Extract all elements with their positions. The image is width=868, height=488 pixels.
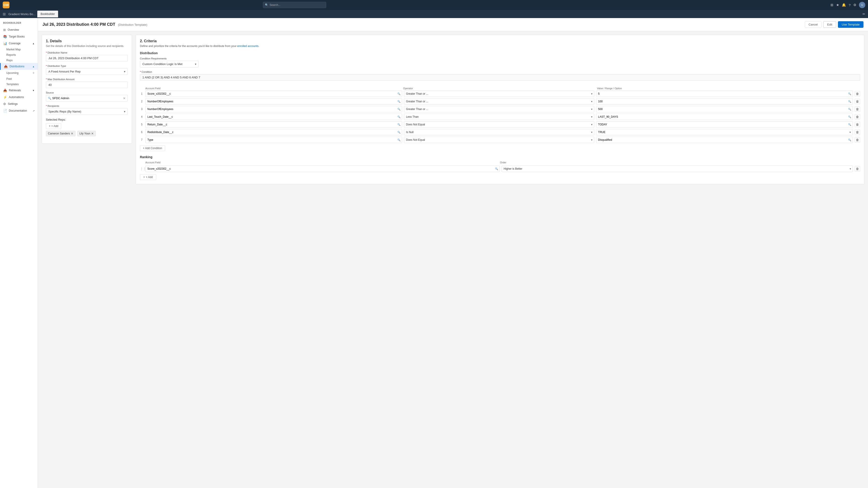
condition-op-1[interactable]: Greater Than or ... Less Than Does Not E…	[404, 91, 594, 97]
condition-delete-4[interactable]: 🗑	[855, 114, 860, 120]
grid-icon[interactable]: ⊞	[831, 3, 833, 7]
col-header-account-field: Account Field	[145, 87, 401, 90]
ranking-field-1-input[interactable]	[147, 166, 494, 172]
sidebar-item-target-books[interactable]: 📚 Target Books	[0, 33, 38, 40]
app-logo[interactable]: GW	[3, 2, 9, 8]
condition-account-field-4-input[interactable]	[147, 114, 397, 120]
distribution-name-input[interactable]	[46, 55, 128, 61]
condition-value-3-search-icon[interactable]: 🔍	[848, 108, 851, 111]
condition-value-1-input[interactable]	[598, 91, 847, 97]
condition-field-5-search-icon[interactable]: 🔍	[397, 123, 401, 126]
condition-op-5[interactable]: Does Not Equal Greater Than or ... Less …	[404, 121, 594, 128]
distribution-name-label: * Distribution Name	[46, 51, 128, 54]
remove-lily-icon[interactable]: ✕	[91, 132, 94, 135]
condition-account-field-7-input[interactable]	[147, 137, 397, 143]
enrolled-accounts-link[interactable]: enrolled accounts	[237, 44, 258, 48]
condition-value-7-input[interactable]	[598, 137, 847, 143]
source-clear-icon[interactable]: ✕	[123, 96, 126, 100]
ranking-field-1-search-icon[interactable]: 🔍	[495, 167, 498, 170]
ranking-order-1-select[interactable]: Higher is Better Lower is Better	[502, 166, 853, 172]
sidebar-item-settings[interactable]: ⚙ Settings	[0, 101, 38, 107]
condition-field-2-search-icon[interactable]: 🔍	[397, 100, 401, 103]
condition-req-dropdown[interactable]: Custom Condition Logic Is Met	[140, 61, 199, 67]
sidebar-item-automations[interactable]: ⚡ Automations	[0, 94, 38, 101]
sidebar-item-templates[interactable]: Templates	[6, 82, 38, 87]
condition-field-3-search-icon[interactable]: 🔍	[397, 108, 401, 111]
condition-op-3[interactable]: Greater Than or ... Less Than Does Not E…	[404, 106, 594, 112]
condition-value-7-search-icon[interactable]: 🔍	[848, 138, 851, 141]
condition-field-7-search-icon[interactable]: 🔍	[397, 138, 401, 141]
condition-value-6-select[interactable]: TRUE FALSE	[598, 129, 848, 135]
use-template-button[interactable]: Use Template	[838, 21, 864, 28]
add-ranking-button[interactable]: + + Add	[140, 174, 156, 180]
condition-num-7: 7	[140, 138, 144, 141]
sidebar-item-reports[interactable]: Reports	[6, 52, 38, 58]
details-column: 1. Details Set the details of this Distr…	[41, 35, 132, 184]
source-search-icon: 🔍	[48, 97, 51, 100]
condition-account-field-6-input[interactable]	[147, 129, 397, 135]
distribution-type-select[interactable]: A Fixed Amount Per Rep	[46, 68, 128, 75]
condition-input[interactable]	[140, 74, 860, 80]
condition-account-field-3-input[interactable]	[147, 106, 397, 112]
recipients-select[interactable]: Specific Reps (By Name)	[46, 108, 128, 115]
cancel-button[interactable]: Cancel	[805, 21, 822, 28]
condition-op-6[interactable]: Is Null Greater Than or ... Less Than Do…	[404, 129, 594, 135]
condition-delete-5[interactable]: 🗑	[855, 122, 860, 127]
ranking-delete-1[interactable]: 🗑	[855, 166, 860, 171]
upcoming-add-icon[interactable]: +	[33, 71, 35, 75]
edit-tab-icon[interactable]: ✏	[863, 12, 865, 16]
help-icon[interactable]: ?	[849, 3, 850, 7]
bell-icon[interactable]: 🔔	[842, 3, 846, 7]
condition-value-2-search-icon[interactable]: 🔍	[848, 100, 851, 103]
condition-value-3-input[interactable]	[598, 106, 847, 112]
condition-field-4-search-icon[interactable]: 🔍	[397, 116, 401, 119]
condition-account-field-2-input[interactable]	[147, 98, 397, 104]
condition-value-4-search-icon[interactable]: 🔍	[848, 116, 851, 119]
condition-field-6-search-icon[interactable]: 🔍	[397, 131, 401, 134]
condition-value-2-input[interactable]	[598, 98, 847, 104]
search-bar[interactable]: 🔍 Search...	[263, 2, 326, 8]
coverage-chevron-icon: ▲	[32, 42, 35, 45]
sidebar-item-coverage[interactable]: 📊 Coverage ▲	[0, 40, 38, 47]
bookbuilder-tab[interactable]: Bookbuilder	[37, 11, 58, 18]
drag-handle-icon[interactable]: ⋮⋮	[140, 167, 144, 170]
condition-delete-6[interactable]: 🗑	[855, 129, 860, 135]
main-layout: BOOKBUILDER ⊞ Overview 📚 Target Books 📊 …	[0, 18, 868, 488]
sidebar-item-documentation[interactable]: 📄 Documentation ↗	[0, 107, 38, 114]
sidebar-item-past[interactable]: Past	[6, 76, 38, 82]
condition-delete-7[interactable]: 🗑	[855, 137, 860, 142]
condition-delete-3[interactable]: 🗑	[855, 106, 860, 112]
condition-row-7: 7 🔍 Does Not Equal Greater Than or ... L…	[140, 137, 860, 143]
condition-value-4-input[interactable]	[598, 114, 847, 120]
condition-value-7: 🔍	[596, 137, 853, 143]
remove-cameron-icon[interactable]: ✕	[71, 132, 73, 135]
edit-button[interactable]: Edit	[823, 21, 836, 28]
condition-delete-1[interactable]: 🗑	[855, 91, 860, 96]
max-amount-input[interactable]	[46, 82, 128, 88]
sidebar-item-distributions[interactable]: 📤 Distributions ▲	[0, 63, 38, 70]
condition-value-5-input[interactable]	[598, 122, 847, 127]
user-avatar[interactable]: U	[859, 2, 865, 8]
condition-op-4[interactable]: Less Than Greater Than or ... Does Not E…	[404, 113, 594, 120]
sidebar-item-overview[interactable]: ⊞ Overview	[0, 26, 38, 33]
grid-apps-icon[interactable]: ⊞	[3, 12, 6, 16]
settings-icon[interactable]: ⚙	[853, 3, 856, 7]
condition-account-field-5-input[interactable]	[147, 122, 397, 127]
condition-label: * Condition	[140, 70, 860, 73]
condition-op-2[interactable]: Greater Than or ... Less Than Does Not E…	[404, 98, 594, 105]
sidebar-item-upcoming[interactable]: Upcoming +	[6, 70, 38, 76]
condition-account-field-1-input[interactable]	[147, 91, 397, 97]
sidebar-item-reps[interactable]: Reps	[6, 58, 38, 63]
source-input[interactable]	[51, 95, 123, 101]
sidebar-item-retrievals[interactable]: 📥 Retrievals ▼	[0, 87, 38, 94]
recipients-field: * Recipients Specific Reps (By Name) ▼	[46, 105, 128, 115]
add-rep-button[interactable]: + + Add	[46, 123, 61, 129]
condition-value-5-search-icon[interactable]: 🔍	[848, 123, 851, 126]
condition-field-1-search-icon[interactable]: 🔍	[397, 92, 401, 95]
sidebar-item-market-map[interactable]: Market Map	[6, 47, 38, 52]
condition-delete-2[interactable]: 🗑	[855, 99, 860, 104]
condition-value-1-search-icon[interactable]: 🔍	[848, 92, 851, 95]
star-icon[interactable]: ★	[836, 3, 839, 7]
condition-op-7[interactable]: Does Not Equal Greater Than or ... Less …	[404, 137, 594, 143]
add-condition-button[interactable]: + Add Condition	[140, 145, 165, 151]
